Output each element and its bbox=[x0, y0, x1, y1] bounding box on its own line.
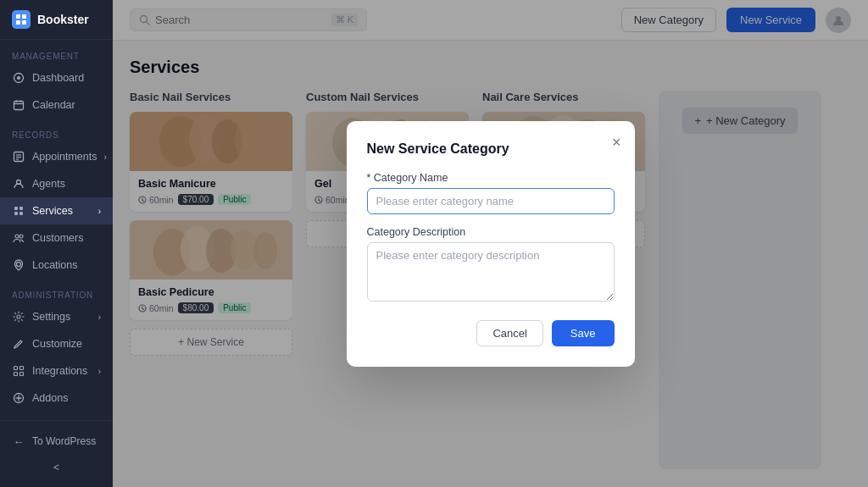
customers-icon bbox=[12, 231, 25, 245]
sidebar-section-management: Management Dashboard Calendar bbox=[0, 40, 113, 119]
svg-point-21 bbox=[17, 263, 21, 267]
settings-chevron-icon: › bbox=[98, 313, 101, 322]
svg-rect-25 bbox=[14, 373, 18, 376]
sidebar-dashboard-label: Dashboard bbox=[32, 72, 84, 84]
modal-overlay: New Service Category × * Category Name C… bbox=[113, 0, 868, 487]
customize-icon bbox=[12, 337, 25, 351]
collapse-icon: < bbox=[53, 462, 59, 473]
sidebar-integrations-label: Integrations bbox=[32, 365, 87, 377]
sidebar-services-label: Services bbox=[32, 205, 73, 217]
new-service-category-modal: New Service Category × * Category Name C… bbox=[347, 121, 635, 367]
settings-icon bbox=[12, 310, 25, 324]
svg-rect-2 bbox=[16, 20, 20, 25]
back-icon: ← bbox=[12, 434, 25, 448]
integrations-icon bbox=[12, 364, 25, 378]
services-chevron-icon: › bbox=[98, 207, 101, 216]
category-desc-label: Category Description bbox=[367, 226, 615, 238]
svg-rect-23 bbox=[14, 367, 18, 370]
svg-rect-17 bbox=[14, 212, 18, 215]
sidebar-item-calendar[interactable]: Calendar bbox=[0, 91, 113, 119]
sidebar-item-agents[interactable]: Agents bbox=[0, 170, 113, 197]
section-records-label: Records bbox=[0, 119, 113, 143]
app-name: Bookster bbox=[37, 13, 89, 26]
category-desc-textarea[interactable] bbox=[367, 242, 615, 302]
svg-point-20 bbox=[19, 235, 23, 238]
locations-icon bbox=[12, 258, 25, 272]
svg-point-5 bbox=[17, 76, 20, 80]
svg-point-22 bbox=[17, 315, 20, 318]
svg-rect-0 bbox=[16, 14, 20, 19]
sidebar-customize-label: Customize bbox=[32, 338, 82, 350]
svg-rect-3 bbox=[22, 20, 26, 25]
sidebar-addons-label: Addons bbox=[32, 392, 68, 404]
svg-rect-26 bbox=[20, 373, 24, 376]
svg-rect-15 bbox=[14, 207, 18, 210]
sidebar-wordpress-label: To WordPress bbox=[32, 435, 96, 447]
modal-title: New Service Category bbox=[367, 141, 615, 157]
category-name-input[interactable] bbox=[367, 188, 615, 214]
sidebar: Bookster Management Dashboard Calendar R… bbox=[0, 0, 113, 487]
sidebar-item-settings[interactable]: Settings › bbox=[0, 303, 113, 330]
sidebar-customers-label: Customers bbox=[32, 232, 83, 244]
section-admin-label: Administration bbox=[0, 279, 113, 303]
sidebar-calendar-label: Calendar bbox=[32, 99, 75, 111]
sidebar-locations-label: Locations bbox=[32, 259, 78, 271]
sidebar-logo: Bookster bbox=[0, 0, 113, 40]
sidebar-section-administration: Administration Settings › Customize Inte… bbox=[0, 279, 113, 412]
sidebar-item-customize[interactable]: Customize bbox=[0, 330, 113, 357]
sidebar-section-records: Records Appointments › Agents Services › bbox=[0, 119, 113, 279]
integrations-chevron-icon: › bbox=[98, 367, 101, 376]
section-management-label: Management bbox=[0, 40, 113, 64]
sidebar-item-integrations[interactable]: Integrations › bbox=[0, 357, 113, 385]
sidebar-item-locations[interactable]: Locations bbox=[0, 252, 113, 279]
svg-rect-6 bbox=[14, 102, 24, 110]
modal-footer: Cancel Save bbox=[367, 320, 615, 346]
services-icon bbox=[12, 204, 25, 218]
modal-close-button[interactable]: × bbox=[612, 135, 621, 150]
main-content: ⌘ K New Category New Service Services Ba… bbox=[113, 0, 868, 487]
sidebar-item-dashboard[interactable]: Dashboard bbox=[0, 64, 113, 91]
sidebar-item-customers[interactable]: Customers bbox=[0, 224, 113, 252]
agents-icon bbox=[12, 177, 25, 191]
appointments-chevron-icon: › bbox=[103, 152, 106, 162]
sidebar-agents-label: Agents bbox=[32, 178, 65, 190]
sidebar-collapse[interactable]: < bbox=[0, 455, 113, 480]
save-button[interactable]: Save bbox=[552, 320, 615, 346]
dashboard-icon bbox=[12, 71, 25, 85]
svg-rect-16 bbox=[19, 207, 23, 210]
sidebar-bottom: ← To WordPress < bbox=[0, 420, 113, 487]
calendar-icon bbox=[12, 98, 25, 112]
svg-rect-24 bbox=[20, 367, 24, 370]
sidebar-item-services[interactable]: Services › bbox=[0, 197, 113, 224]
addons-icon bbox=[12, 391, 25, 405]
cancel-button[interactable]: Cancel bbox=[476, 320, 542, 346]
sidebar-item-appointments[interactable]: Appointments › bbox=[0, 143, 113, 170]
svg-rect-18 bbox=[19, 212, 23, 215]
category-name-label: * Category Name bbox=[367, 172, 615, 184]
app-logo-icon bbox=[12, 10, 31, 29]
sidebar-item-wordpress[interactable]: ← To WordPress bbox=[0, 428, 113, 455]
sidebar-settings-label: Settings bbox=[32, 311, 70, 323]
sidebar-appointments-label: Appointments bbox=[32, 151, 97, 163]
svg-rect-1 bbox=[22, 14, 26, 19]
svg-point-19 bbox=[15, 235, 19, 238]
appointments-icon bbox=[12, 150, 25, 163]
sidebar-item-addons[interactable]: Addons bbox=[0, 385, 113, 412]
